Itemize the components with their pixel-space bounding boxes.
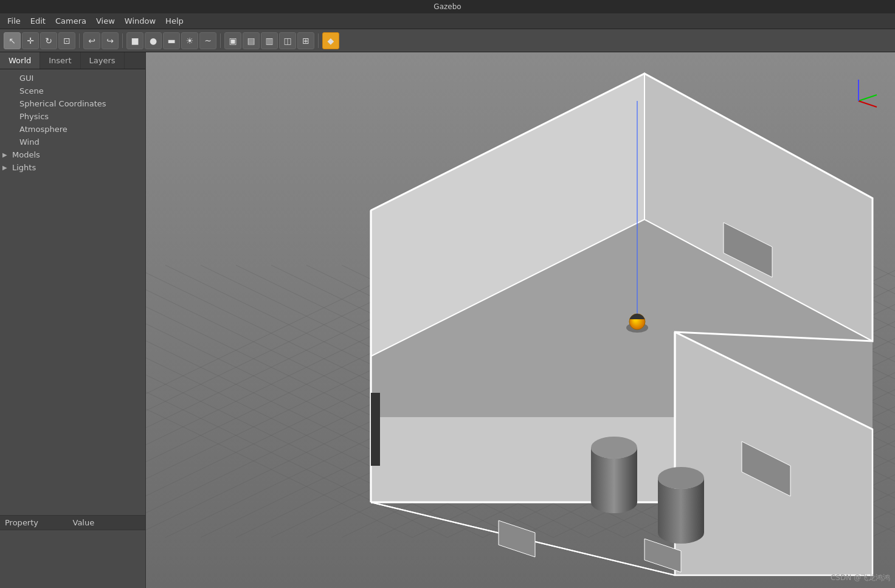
toolbar: ↖✛↻⊡↩↪■●▬☀~▣▤▥◫⊞◆: [0, 29, 895, 52]
tree-label: Scene: [19, 86, 44, 95]
toolbar-btn-undo[interactable]: ↩: [83, 32, 100, 49]
toolbar-btn-view5[interactable]: ⊞: [297, 32, 314, 49]
tree-label: Atmosphere: [19, 125, 67, 134]
toolbar-btn-redo[interactable]: ↪: [102, 32, 119, 49]
toolbar-btn-view3[interactable]: ▥: [261, 32, 278, 49]
toolbar-btn-rotate[interactable]: ↻: [40, 32, 57, 49]
menubar: FileEditCameraViewWindowHelp: [0, 13, 895, 29]
left-panel: WorldInsertLayers GUISceneSpherical Coor…: [0, 52, 146, 588]
tree-arrow: ▶: [2, 151, 10, 158]
3d-scene-canvas: [146, 52, 895, 588]
toolbar-btn-view2[interactable]: ▤: [243, 32, 260, 49]
tree-label: GUI: [19, 74, 33, 83]
property-header: Property Value: [0, 516, 145, 530]
toolbar-btn-view1[interactable]: ▣: [224, 32, 241, 49]
property-panel: Property Value: [0, 515, 145, 588]
toolbar-btn-sun[interactable]: ☀: [181, 32, 198, 49]
toolbar-separator: [122, 33, 123, 48]
toolbar-btn-sphere[interactable]: ●: [145, 32, 162, 49]
menu-item-window[interactable]: Window: [120, 15, 161, 27]
toolbar-btn-wind[interactable]: ~: [199, 32, 216, 49]
tree-item-models[interactable]: ▶Models: [0, 148, 145, 161]
toolbar-btn-translate[interactable]: ✛: [22, 32, 39, 49]
viewport[interactable]: CSDN @飞龙鸿鸿: [146, 52, 895, 588]
tab-bar: WorldInsertLayers: [0, 52, 145, 69]
tree-label: Physics: [19, 112, 49, 121]
tab-insert[interactable]: Insert: [40, 52, 80, 69]
tree-item-physics[interactable]: Physics: [0, 110, 145, 123]
menu-item-file[interactable]: File: [2, 15, 26, 27]
tab-layers[interactable]: Layers: [81, 52, 125, 69]
tree-label: Models: [12, 150, 40, 159]
toolbar-separator: [79, 33, 80, 48]
property-col-label: Property: [5, 518, 73, 527]
value-col-label: Value: [73, 518, 141, 527]
tree-label: Lights: [12, 163, 36, 172]
menu-item-help[interactable]: Help: [161, 15, 188, 27]
watermark: CSDN @飞龙鸿鸿: [831, 573, 890, 583]
tree-arrow: ▶: [2, 164, 10, 171]
toolbar-btn-box[interactable]: ■: [126, 32, 143, 49]
tree-label: Spherical Coordinates: [19, 99, 106, 108]
toolbar-btn-view4[interactable]: ◫: [279, 32, 296, 49]
tree-item-gui[interactable]: GUI: [0, 72, 145, 85]
tree-item-lights[interactable]: ▶Lights: [0, 161, 145, 174]
toolbar-btn-orange[interactable]: ◆: [322, 32, 339, 49]
tab-world[interactable]: World: [0, 52, 40, 69]
toolbar-btn-scale[interactable]: ⊡: [58, 32, 75, 49]
menu-item-camera[interactable]: Camera: [50, 15, 91, 27]
toolbar-separator: [318, 33, 319, 48]
tree-label: Wind: [19, 137, 40, 147]
tree-item-spherical-coordinates[interactable]: Spherical Coordinates: [0, 97, 145, 110]
tree-item-wind[interactable]: Wind: [0, 136, 145, 148]
tree-panel: GUISceneSpherical CoordinatesPhysicsAtmo…: [0, 69, 145, 515]
toolbar-separator: [220, 33, 221, 48]
toolbar-btn-cylinder[interactable]: ▬: [163, 32, 180, 49]
main-layout: WorldInsertLayers GUISceneSpherical Coor…: [0, 52, 895, 588]
tree-item-scene[interactable]: Scene: [0, 85, 145, 97]
title-text: Gazebo: [434, 2, 461, 11]
tree-item-atmosphere[interactable]: Atmosphere: [0, 123, 145, 136]
menu-item-edit[interactable]: Edit: [26, 15, 50, 27]
titlebar: Gazebo: [0, 0, 895, 13]
menu-item-view[interactable]: View: [91, 15, 120, 27]
toolbar-btn-select[interactable]: ↖: [4, 32, 21, 49]
